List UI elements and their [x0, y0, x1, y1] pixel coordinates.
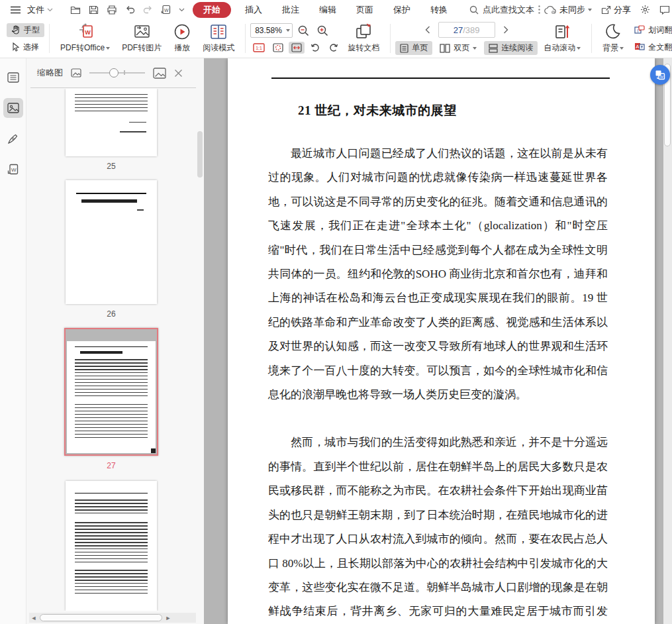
- current-page: 27: [454, 25, 463, 35]
- chevron-down-icon: [47, 8, 53, 12]
- settings-gear-icon[interactable]: [636, 5, 654, 15]
- zoom-in-button[interactable]: [314, 25, 331, 36]
- fit-page-button[interactable]: [270, 42, 286, 54]
- next-page-button[interactable]: [498, 26, 514, 34]
- thumbnail-label: 25: [107, 162, 115, 171]
- double-page-icon: [440, 44, 450, 53]
- pdf-page[interactable]: 21 世纪，对未来城市的展望 最近城市人口问题已经成了人们热议的话题，这在以前是…: [228, 58, 655, 624]
- save-icon[interactable]: [85, 5, 103, 15]
- full-translate-button[interactable]: A 全文翻译: [630, 40, 672, 54]
- horizontal-scroll-thumb[interactable]: [40, 614, 162, 621]
- thumbnail-page-26[interactable]: [66, 180, 157, 304]
- background-button[interactable]: 背景: [597, 23, 630, 54]
- select-tool-button[interactable]: 选择: [7, 40, 44, 54]
- tab-home[interactable]: 开始: [193, 2, 231, 18]
- thumbnail-page-25[interactable]: [66, 89, 157, 156]
- fit-width-button[interactable]: [289, 42, 305, 54]
- paragraph: 最近城市人口问题已经成了人们热议的话题，这在以前是从未有过的现象。人们对城市问题…: [268, 142, 608, 407]
- undo-icon[interactable]: [121, 5, 139, 14]
- rotate-left-button[interactable]: [307, 41, 323, 54]
- single-page-view-button[interactable]: 单页: [395, 41, 432, 55]
- read-mode-button[interactable]: 阅读模式: [197, 23, 240, 54]
- moon-icon: [605, 23, 621, 40]
- document-body: 最近城市人口问题已经成了人们热议的话题，这在以前是从未有过的现象。人们对城市问题…: [268, 142, 608, 624]
- tab-annotate[interactable]: 批注: [272, 3, 309, 17]
- thumbnail-label: 26: [107, 309, 115, 319]
- page-number-input[interactable]: 27/389: [438, 22, 495, 38]
- pdf-to-office-button[interactable]: W PDF转Office: [54, 23, 116, 54]
- sync-status-button[interactable]: 未同步: [540, 4, 596, 16]
- zoom-out-button[interactable]: [295, 25, 312, 36]
- hamburger-menu-icon[interactable]: [7, 6, 24, 14]
- print-icon[interactable]: [103, 5, 121, 15]
- previous-page-button[interactable]: [420, 26, 436, 34]
- panel-scrollbar-thumb[interactable]: [197, 131, 203, 178]
- document-heading: 21 世纪，对未来城市的展望: [298, 102, 457, 119]
- scroll-right-arrow[interactable]: ►: [164, 615, 173, 621]
- slider-handle[interactable]: [109, 68, 119, 78]
- chevron-down-icon: [588, 9, 592, 11]
- play-icon: [173, 23, 191, 40]
- small-thumbnail-icon[interactable]: [71, 68, 81, 78]
- close-panel-icon[interactable]: [174, 69, 183, 78]
- hand-tool-button[interactable]: 手型: [7, 23, 44, 37]
- large-thumbnail-icon[interactable]: [153, 68, 166, 79]
- continuous-icon: [489, 44, 498, 53]
- auto-scroll-icon: [553, 23, 571, 40]
- actual-size-button[interactable]: 1:1: [250, 42, 267, 54]
- rotate-document-button[interactable]: 旋转文档: [342, 23, 385, 54]
- thumbnail-label-active: 27: [107, 461, 115, 470]
- svg-text:W: W: [164, 8, 169, 13]
- tab-insert[interactable]: 插入: [235, 3, 272, 17]
- divider: [390, 24, 391, 53]
- cloud-unsynced-icon: [544, 5, 557, 15]
- sidebar-icon-strip: W: [0, 58, 26, 624]
- chevron-down-icon: [577, 47, 581, 50]
- viewport-indicator: [151, 448, 156, 453]
- document-scrollbar[interactable]: [663, 58, 672, 624]
- tab-convert[interactable]: 转换: [420, 3, 457, 17]
- file-menu-label: 文件: [27, 4, 44, 16]
- rotate-right-button[interactable]: [326, 41, 342, 54]
- share-button[interactable]: 分享: [597, 4, 635, 16]
- redo-icon[interactable]: [139, 5, 157, 14]
- pdf-to-image-button[interactable]: PDF转图片: [116, 23, 168, 54]
- auto-scroll-button[interactable]: 自动滚动: [538, 23, 587, 54]
- play-button[interactable]: 播放: [168, 23, 197, 54]
- word-translate-button[interactable]: I 划词翻译: [630, 23, 672, 37]
- panel-horizontal-scrollbar[interactable]: ◄ ►: [29, 613, 196, 623]
- thumbnail-size-slider[interactable]: [89, 68, 145, 78]
- svg-text:W: W: [660, 75, 664, 79]
- sync-status-label: 未同步: [559, 4, 585, 16]
- tab-edit[interactable]: 编辑: [309, 3, 346, 17]
- thumbnail-page-27-selected[interactable]: [64, 328, 158, 456]
- export-word-panel-icon[interactable]: W: [3, 159, 23, 179]
- quickbar-dropdown-icon[interactable]: [175, 8, 189, 12]
- outline-panel-icon[interactable]: [3, 68, 23, 87]
- svg-text:W: W: [11, 167, 17, 173]
- zoom-dropdown-icon[interactable]: [286, 29, 290, 32]
- scroll-left-arrow[interactable]: ◄: [29, 615, 38, 621]
- total-pages: /389: [463, 25, 479, 35]
- thumbnail-panel-icon[interactable]: [3, 98, 23, 118]
- select-tool-label: 选择: [23, 42, 39, 53]
- double-page-view-button[interactable]: 双页: [435, 41, 481, 55]
- file-menu-button[interactable]: 文件: [24, 4, 56, 16]
- chevron-down-icon: [106, 47, 110, 50]
- tab-protect[interactable]: 保护: [383, 3, 420, 17]
- document-view[interactable]: 21 世纪，对未来城市的展望 最近城市人口问题已经成了人们热议的话题，这在以前是…: [204, 58, 672, 624]
- floating-translate-button[interactable]: W: [650, 65, 670, 85]
- divider: [49, 24, 50, 53]
- open-file-icon[interactable]: [66, 5, 85, 15]
- tab-page[interactable]: 页面: [346, 3, 383, 17]
- continuous-read-button[interactable]: 连续阅读: [484, 41, 538, 55]
- annotation-pen-icon[interactable]: [3, 129, 23, 148]
- play-label: 播放: [174, 42, 190, 54]
- feedback-comment-icon[interactable]: [655, 5, 672, 15]
- thumbnail-page-28[interactable]: [66, 481, 157, 611]
- read-mode-label: 阅读模式: [203, 42, 234, 54]
- find-text-button[interactable]: 点此查找文本: [469, 4, 540, 16]
- continuous-label: 连续阅读: [501, 42, 533, 54]
- rotate-document-icon: [354, 23, 373, 40]
- export-word-icon[interactable]: W: [157, 5, 175, 15]
